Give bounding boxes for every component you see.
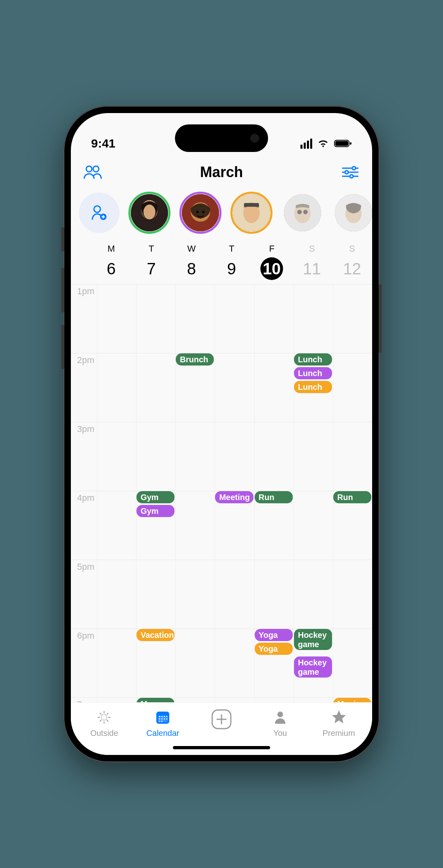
day-cell[interactable]: [215, 284, 254, 353]
calendar-grid[interactable]: 1pm2pmBrunchLunchLunchLunch3pm4pmGymGymM…: [71, 284, 372, 702]
svg-line-37: [100, 720, 101, 721]
day-cell[interactable]: [333, 284, 372, 353]
day-cell[interactable]: [333, 560, 372, 629]
day-cell[interactable]: [97, 698, 136, 702]
event-pill[interactable]: Brunch: [176, 353, 214, 366]
hour-row: 6pmVacationYogaYogaHockey gameHockey gam…: [71, 629, 372, 697]
friends-row[interactable]: [71, 189, 372, 240]
event-pill[interactable]: Yoga: [255, 643, 293, 655]
day-cell[interactable]: [254, 698, 294, 702]
add-friend-button[interactable]: [79, 192, 119, 233]
day-cell[interactable]: [294, 491, 333, 560]
day-cell[interactable]: [333, 422, 372, 491]
tab-add[interactable]: [197, 708, 246, 733]
day-cell[interactable]: [294, 422, 333, 491]
day-cell[interactable]: [333, 353, 372, 422]
tab-outside[interactable]: Outside: [80, 708, 128, 738]
event-pill[interactable]: Lunch: [294, 381, 332, 393]
day-cell[interactable]: [175, 629, 215, 697]
day-cell[interactable]: Hockey gameHockey game: [294, 629, 333, 697]
day-header-sat[interactable]: S11: [292, 244, 332, 280]
day-cell[interactable]: [175, 284, 215, 353]
day-cell[interactable]: Run: [333, 491, 372, 560]
day-cell[interactable]: [215, 353, 254, 422]
day-cell[interactable]: [136, 422, 175, 491]
day-cell[interactable]: [215, 560, 254, 629]
day-cell[interactable]: [175, 422, 215, 491]
event-pill[interactable]: Gym: [136, 491, 175, 503]
day-cell[interactable]: [97, 629, 136, 697]
friend-avatar-5[interactable]: [332, 192, 372, 234]
event-pill[interactable]: Hockey game: [294, 656, 332, 678]
day-cell[interactable]: Brunch: [175, 353, 215, 422]
day-header-wed[interactable]: W8: [171, 244, 211, 280]
event-pill[interactable]: Hockey game: [294, 629, 332, 650]
people-button[interactable]: [81, 163, 104, 181]
day-cell[interactable]: LunchLunchLunch: [294, 353, 333, 422]
friend-avatar-2[interactable]: [179, 192, 222, 234]
event-pill[interactable]: Vacation: [136, 629, 175, 641]
day-cell[interactable]: [136, 284, 175, 353]
day-cell[interactable]: [136, 353, 175, 422]
tab-premium[interactable]: Premium: [315, 708, 363, 738]
svg-point-25: [297, 210, 302, 214]
day-cell[interactable]: Vacation: [136, 629, 175, 697]
day-cell[interactable]: [254, 560, 294, 629]
day-cell[interactable]: [215, 698, 254, 702]
day-cell[interactable]: Movie nightMovie night: [333, 698, 372, 702]
day-header-fri[interactable]: F10: [252, 244, 292, 280]
event-pill[interactable]: Yoga: [255, 629, 293, 641]
event-pill[interactable]: Meeting: [215, 491, 253, 503]
day-cell[interactable]: [294, 698, 333, 702]
day-cell[interactable]: [333, 629, 372, 697]
day-cell[interactable]: Run: [254, 491, 294, 560]
event-pill[interactable]: Gym: [136, 505, 175, 517]
event-pill[interactable]: Lunch: [294, 367, 332, 379]
status-time: 9:41: [91, 137, 115, 150]
day-cell[interactable]: YogaYoga: [254, 629, 294, 697]
friend-avatar-4[interactable]: [281, 192, 324, 234]
day-cell[interactable]: [294, 284, 333, 353]
svg-point-44: [159, 718, 160, 720]
event-pill[interactable]: My birthday: [136, 698, 175, 702]
day-cell[interactable]: [215, 629, 254, 697]
day-cell[interactable]: [294, 560, 333, 629]
day-header-thu[interactable]: T9: [211, 244, 251, 280]
filter-button[interactable]: [339, 163, 362, 181]
friend-avatar-3[interactable]: [230, 192, 273, 234]
day-cell[interactable]: My birthday: [136, 698, 175, 702]
day-cell[interactable]: [97, 491, 136, 560]
day-cell[interactable]: [175, 698, 215, 702]
day-cell[interactable]: [97, 560, 136, 629]
day-cell[interactable]: [97, 422, 136, 491]
svg-point-43: [166, 716, 168, 717]
page-title: March: [104, 164, 339, 181]
home-indicator[interactable]: [173, 746, 270, 749]
tab-calendar[interactable]: Calendar: [138, 708, 187, 738]
hour-row: 7pmMy birthdayMovie nightMovie night: [71, 697, 372, 702]
day-cell[interactable]: Meeting: [215, 491, 254, 560]
day-cell[interactable]: [136, 560, 175, 629]
friend-avatar-1[interactable]: [128, 192, 170, 234]
day-cell[interactable]: [215, 422, 254, 491]
day-cell[interactable]: [175, 491, 215, 560]
day-cell[interactable]: [97, 353, 136, 422]
day-header-sun[interactable]: S12: [332, 244, 372, 280]
svg-point-46: [164, 718, 165, 720]
day-cell[interactable]: [254, 284, 294, 353]
day-cell[interactable]: GymGym: [136, 491, 175, 560]
day-cell[interactable]: [254, 353, 294, 422]
star-icon: [330, 708, 348, 726]
event-pill[interactable]: Movie night: [333, 698, 371, 702]
day-cell[interactable]: [254, 422, 294, 491]
event-pill[interactable]: Run: [255, 491, 293, 503]
day-cell[interactable]: [97, 284, 136, 353]
day-header-mon[interactable]: M6: [91, 244, 131, 280]
hour-row: 3pm: [71, 422, 372, 491]
event-pill[interactable]: Run: [333, 491, 371, 503]
tab-you[interactable]: You: [256, 708, 305, 738]
day-cell[interactable]: [175, 560, 215, 629]
svg-point-11: [94, 206, 100, 212]
day-header-tue[interactable]: T7: [131, 244, 171, 280]
event-pill[interactable]: Lunch: [294, 353, 332, 366]
